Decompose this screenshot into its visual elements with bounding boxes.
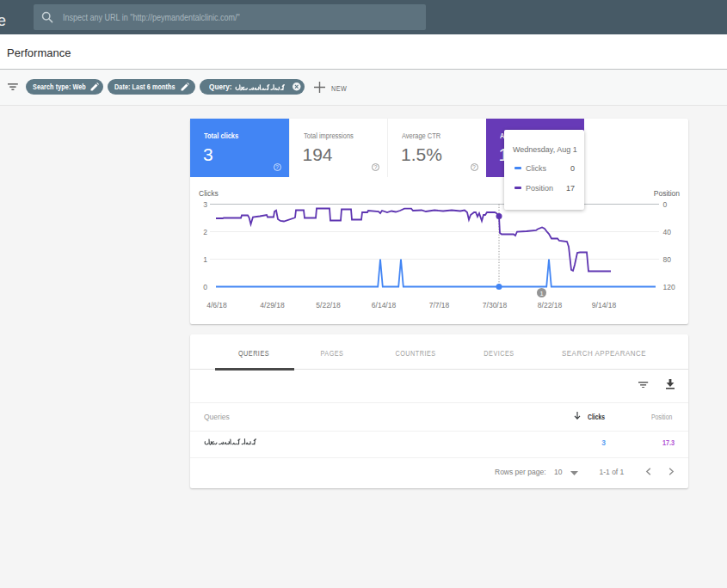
svg-text:2: 2 [203,228,207,236]
svg-text:5/22/18: 5/22/18 [316,301,341,309]
svg-text:7/30/18: 7/30/18 [483,301,508,309]
svg-text:120: 120 [663,283,675,291]
svg-text:4/29/18: 4/29/18 [260,301,285,309]
svg-text:0: 0 [663,200,668,209]
svg-text:9/14/18: 9/14/18 [592,301,617,309]
svg-text:Clicks: Clicks [199,189,219,198]
svg-text:1: 1 [539,290,543,297]
svg-text:1: 1 [203,255,207,264]
svg-text:40: 40 [663,228,672,236]
svg-text:7/7/18: 7/7/18 [429,301,450,309]
svg-text:8/22/18: 8/22/18 [538,301,563,309]
svg-text:4/6/18: 4/6/18 [206,301,227,309]
svg-text:80: 80 [663,255,672,264]
svg-text:6/14/18: 6/14/18 [372,301,397,309]
svg-text:Position: Position [654,189,681,198]
svg-text:0: 0 [203,283,207,291]
svg-text:3: 3 [203,200,207,209]
